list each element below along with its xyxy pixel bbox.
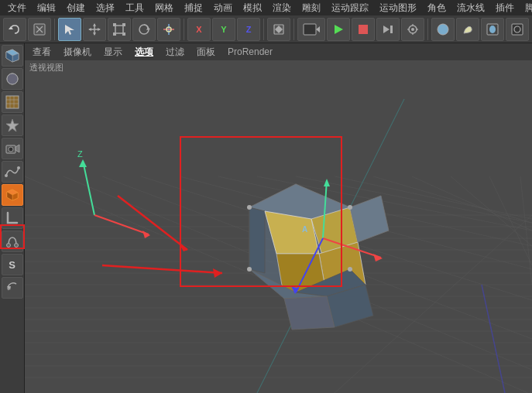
svg-rect-46 bbox=[6, 96, 19, 108]
menu-pipeline[interactable]: 流水线 bbox=[452, 1, 489, 15]
menu-sculpt[interactable]: 雕刻 bbox=[297, 1, 325, 15]
svg-marker-7 bbox=[93, 23, 96, 26]
svg-marker-10 bbox=[98, 28, 101, 31]
svg-rect-11 bbox=[115, 26, 123, 33]
menu-motion-graphics[interactable]: 运动图形 bbox=[375, 1, 421, 15]
axis-z-btn[interactable]: Z bbox=[237, 18, 260, 41]
viewport-label: 透视视图 bbox=[29, 62, 63, 73]
svg-rect-13 bbox=[122, 23, 125, 26]
left-ball-btn[interactable] bbox=[2, 68, 23, 90]
svg-point-55 bbox=[5, 174, 8, 177]
svg-marker-107 bbox=[249, 207, 265, 273]
transform-btn[interactable] bbox=[157, 18, 180, 41]
menu-animate[interactable]: 动画 bbox=[209, 1, 237, 15]
left-toolbar: S bbox=[0, 43, 25, 393]
shading-solid-btn[interactable] bbox=[431, 18, 455, 41]
menu-character[interactable]: 角色 bbox=[423, 1, 451, 15]
menu-select[interactable]: 选择 bbox=[91, 1, 119, 15]
next-frame-btn[interactable] bbox=[376, 18, 400, 41]
left-s-btn[interactable]: S bbox=[2, 254, 23, 275]
svg-point-45 bbox=[7, 73, 18, 84]
vp-menu-filter[interactable]: 过滤 bbox=[163, 45, 187, 60]
rotate-btn[interactable] bbox=[132, 18, 156, 41]
toolbar-sep-5 bbox=[427, 19, 428, 40]
svg-marker-24 bbox=[316, 26, 320, 32]
left-spline-btn[interactable] bbox=[2, 161, 23, 183]
vp-menu-display[interactable]: 显示 bbox=[101, 45, 125, 60]
svg-point-128 bbox=[348, 267, 352, 272]
toolbar-sep-1 bbox=[54, 19, 55, 40]
svg-text:A: A bbox=[302, 225, 307, 234]
svg-rect-14 bbox=[113, 32, 116, 36]
viewport-topbar: 查看 摄像机 显示 选项 过滤 面板 ProRender bbox=[25, 43, 532, 60]
toolbar-sep-4 bbox=[293, 19, 294, 40]
svg-rect-23 bbox=[304, 24, 316, 35]
play-btn[interactable] bbox=[327, 18, 350, 41]
redo-btn[interactable] bbox=[28, 18, 51, 41]
svg-point-35 bbox=[438, 24, 448, 35]
svg-point-127 bbox=[247, 267, 252, 272]
main-area: S 查看 摄像机 显示 选项 过滤 面板 ProRender 透视视图 bbox=[0, 43, 532, 393]
svg-marker-17 bbox=[146, 27, 150, 30]
vp-menu-panels[interactable]: 面板 bbox=[194, 45, 218, 60]
svg-marker-8 bbox=[93, 32, 96, 36]
svg-rect-38 bbox=[512, 24, 523, 35]
svg-marker-4 bbox=[65, 25, 74, 35]
svg-point-126 bbox=[348, 205, 352, 210]
left-primitive-btn[interactable] bbox=[2, 184, 23, 206]
svg-point-125 bbox=[247, 205, 252, 210]
menu-bar: 文件 编辑 创建 选择 工具 网格 捕捉 动画 模拟 渲染 雕刻 运动跟踪 运动… bbox=[0, 0, 532, 15]
menu-motion-tracking[interactable]: 运动跟踪 bbox=[327, 1, 373, 15]
svg-rect-26 bbox=[359, 25, 368, 34]
viewport[interactable]: 查看 摄像机 显示 选项 过滤 面板 ProRender 透视视图 bbox=[25, 43, 532, 393]
menu-mesh[interactable]: 网格 bbox=[150, 1, 178, 15]
left-camera-btn[interactable] bbox=[2, 138, 23, 159]
svg-marker-25 bbox=[335, 25, 343, 34]
svg-marker-51 bbox=[6, 119, 19, 132]
svg-point-37 bbox=[489, 26, 496, 33]
menu-file[interactable]: 文件 bbox=[3, 1, 31, 15]
menu-snap[interactable]: 捕捉 bbox=[180, 1, 208, 15]
draw-btn[interactable] bbox=[456, 18, 479, 41]
left-light-btn[interactable] bbox=[2, 114, 23, 136]
render-settings-btn[interactable] bbox=[401, 18, 424, 41]
prorender-label: ProRender bbox=[228, 46, 273, 57]
svg-rect-12 bbox=[113, 23, 116, 26]
3d-viewport-canvas: Z bbox=[25, 60, 532, 393]
menu-simulate[interactable]: 模拟 bbox=[239, 1, 266, 15]
vp-menu-view[interactable]: 查看 bbox=[29, 45, 54, 60]
move-btn[interactable] bbox=[83, 18, 106, 41]
extra-btn[interactable] bbox=[506, 18, 529, 41]
svg-text:Z: Z bbox=[77, 149, 83, 159]
svg-marker-27 bbox=[383, 26, 390, 33]
menu-create[interactable]: 创建 bbox=[62, 1, 90, 15]
menu-plugins[interactable]: 插件 bbox=[491, 1, 519, 15]
main-toolbar: X Y Z bbox=[0, 15, 532, 43]
axis-y-btn[interactable]: Y bbox=[212, 18, 235, 41]
axis-x-btn[interactable]: X bbox=[187, 18, 211, 41]
left-highlight-indicator bbox=[0, 224, 25, 249]
scale-btn[interactable] bbox=[108, 18, 131, 41]
menu-edit[interactable]: 编辑 bbox=[33, 1, 60, 15]
select-btn[interactable] bbox=[58, 18, 81, 41]
left-grid-btn[interactable] bbox=[2, 91, 23, 113]
vp-menu-options[interactable]: 选项 bbox=[132, 45, 156, 60]
object-mode-btn[interactable] bbox=[267, 18, 290, 41]
svg-point-56 bbox=[17, 166, 20, 169]
svg-marker-53 bbox=[15, 145, 19, 152]
menu-render[interactable]: 渲染 bbox=[268, 1, 296, 15]
undo-btn[interactable] bbox=[3, 18, 26, 41]
stop-btn[interactable] bbox=[352, 18, 375, 41]
left-undo-btn[interactable] bbox=[2, 277, 23, 299]
svg-marker-0 bbox=[9, 26, 13, 29]
menu-script[interactable]: 脚本 bbox=[520, 1, 532, 15]
toolbar-sep-2 bbox=[184, 19, 184, 40]
menu-tools[interactable]: 工具 bbox=[121, 1, 149, 15]
left-cube-btn[interactable] bbox=[2, 45, 23, 67]
svg-marker-116 bbox=[284, 296, 335, 330]
svg-rect-15 bbox=[122, 32, 125, 36]
anim-record-btn[interactable] bbox=[297, 18, 325, 41]
render-view-btn[interactable] bbox=[481, 18, 504, 41]
vp-menu-camera[interactable]: 摄像机 bbox=[60, 45, 94, 60]
svg-rect-28 bbox=[390, 26, 393, 33]
